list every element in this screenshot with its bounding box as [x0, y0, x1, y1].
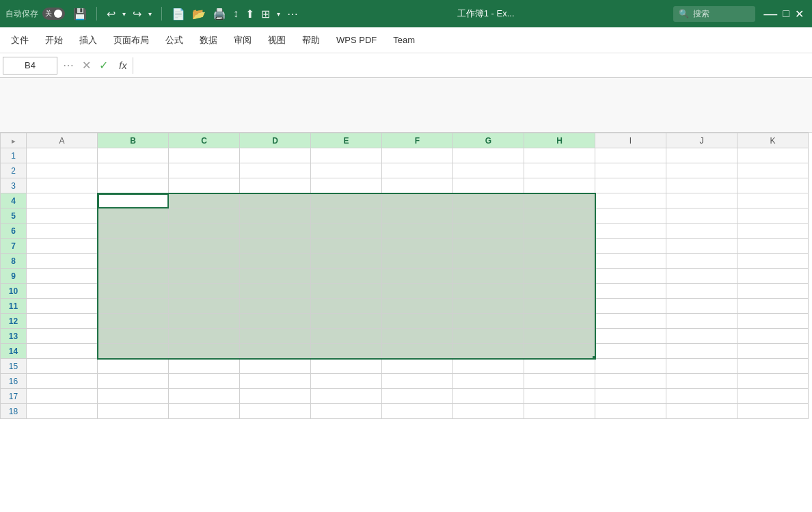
cell-K13[interactable] [737, 329, 809, 344]
cell-J3[interactable] [666, 178, 737, 193]
cell-A10[interactable] [27, 284, 98, 299]
cell-A1[interactable] [27, 148, 98, 163]
cell-H12[interactable] [524, 314, 595, 329]
cell-D12[interactable] [240, 314, 311, 329]
row-header-11[interactable]: 11 [1, 299, 27, 314]
cell-J11[interactable] [666, 299, 737, 314]
row-header-6[interactable]: 6 [1, 224, 27, 239]
cell-H10[interactable] [524, 284, 595, 299]
cell-I17[interactable] [595, 389, 666, 404]
cell-C11[interactable] [169, 299, 240, 314]
cell-D3[interactable] [240, 178, 311, 193]
grid-wrapper[interactable]: ▸ A B C D E F G H I J K 1234567891011121… [0, 133, 812, 512]
cell-F14[interactable] [382, 344, 453, 359]
row-header-17[interactable]: 17 [1, 389, 27, 404]
menu-item-file[interactable]: 文件 [3, 30, 37, 51]
cell-K2[interactable] [737, 163, 809, 178]
cell-A17[interactable] [27, 389, 98, 404]
cell-I9[interactable] [595, 269, 666, 284]
cell-D7[interactable] [240, 239, 311, 254]
cell-J4[interactable] [666, 193, 737, 208]
cell-K18[interactable] [737, 404, 809, 419]
cell-I4[interactable] [595, 193, 666, 208]
col-header-H[interactable]: H [524, 133, 595, 148]
new-doc-icon[interactable]: 📄 [172, 8, 185, 21]
row-header-5[interactable]: 5 [1, 208, 27, 224]
cell-F3[interactable] [382, 178, 453, 193]
col-header-J[interactable]: J [666, 133, 737, 148]
cell-B15[interactable] [98, 359, 169, 374]
cell-E4[interactable] [311, 193, 382, 208]
cell-reference-input[interactable] [3, 57, 57, 75]
cell-I2[interactable] [595, 163, 666, 178]
cell-C8[interactable] [169, 254, 240, 269]
cell-A12[interactable] [27, 314, 98, 329]
cell-K15[interactable] [737, 359, 809, 374]
formula-cancel-icon[interactable]: ✕ [79, 59, 94, 72]
row-header-10[interactable]: 10 [1, 284, 27, 299]
col-header-F[interactable]: F [382, 133, 453, 148]
cell-G14[interactable] [453, 344, 524, 359]
col-header-E[interactable]: E [311, 133, 382, 148]
grid-icon[interactable]: ⊞ [261, 8, 270, 21]
cell-D18[interactable] [240, 404, 311, 419]
cell-F12[interactable] [382, 314, 453, 329]
cell-A9[interactable] [27, 269, 98, 284]
cell-D1[interactable] [240, 148, 311, 163]
cell-A2[interactable] [27, 163, 98, 178]
cell-G15[interactable] [453, 359, 524, 374]
cell-A15[interactable] [27, 359, 98, 374]
cell-E18[interactable] [311, 404, 382, 419]
cell-A4[interactable] [27, 193, 98, 208]
cell-J9[interactable] [666, 269, 737, 284]
cell-H5[interactable] [524, 208, 595, 224]
cell-J13[interactable] [666, 329, 737, 344]
search-box[interactable]: 🔍 搜索 [673, 6, 755, 22]
cell-G6[interactable] [453, 224, 524, 239]
cell-F4[interactable] [382, 193, 453, 208]
cell-C12[interactable] [169, 314, 240, 329]
menu-item-formulas[interactable]: 公式 [157, 30, 191, 51]
more-icon[interactable]: ⋯ [287, 8, 298, 21]
row-header-12[interactable]: 12 [1, 314, 27, 329]
row-header-3[interactable]: 3 [1, 178, 27, 193]
cell-J15[interactable] [666, 359, 737, 374]
cell-H1[interactable] [524, 148, 595, 163]
cell-A6[interactable] [27, 224, 98, 239]
cell-E6[interactable] [311, 224, 382, 239]
cell-E5[interactable] [311, 208, 382, 224]
cell-D10[interactable] [240, 284, 311, 299]
cell-C13[interactable] [169, 329, 240, 344]
cell-E11[interactable] [311, 299, 382, 314]
cell-D17[interactable] [240, 389, 311, 404]
cell-K10[interactable] [737, 284, 809, 299]
cell-C14[interactable] [169, 344, 240, 359]
col-header-B[interactable]: B [98, 133, 169, 148]
cell-B5[interactable] [98, 208, 169, 224]
cell-H11[interactable] [524, 299, 595, 314]
col-header-I[interactable]: I [595, 133, 666, 148]
cell-K3[interactable] [737, 178, 809, 193]
cell-B12[interactable] [98, 314, 169, 329]
cell-K5[interactable] [737, 208, 809, 224]
cell-D5[interactable] [240, 208, 311, 224]
row-header-7[interactable]: 7 [1, 239, 27, 254]
cell-I6[interactable] [595, 224, 666, 239]
cell-H6[interactable] [524, 224, 595, 239]
maximize-button[interactable]: □ [780, 8, 792, 20]
cell-G18[interactable] [453, 404, 524, 419]
cell-D6[interactable] [240, 224, 311, 239]
menu-item-team[interactable]: Team [385, 31, 423, 49]
row-header-8[interactable]: 8 [1, 254, 27, 269]
cell-E8[interactable] [311, 254, 382, 269]
cell-C5[interactable] [169, 208, 240, 224]
cell-B18[interactable] [98, 404, 169, 419]
cell-C4[interactable] [169, 193, 240, 208]
menu-item-review[interactable]: 审阅 [226, 30, 260, 51]
cell-B6[interactable] [98, 224, 169, 239]
cell-H3[interactable] [524, 178, 595, 193]
cell-I13[interactable] [595, 329, 666, 344]
menu-item-data[interactable]: 数据 [191, 30, 226, 51]
close-button[interactable]: ✕ [792, 8, 807, 21]
cell-G9[interactable] [453, 269, 524, 284]
